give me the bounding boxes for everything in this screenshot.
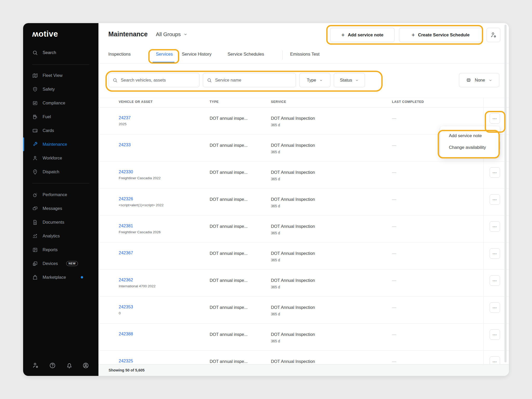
menu-item-change-availability[interactable]: Change availability <box>440 142 500 153</box>
table-row: 242326<script>alert(1)<script> 2022 DOT … <box>98 189 509 216</box>
sidebar: ʍotive Search Fleet View Safety Complian… <box>23 23 98 376</box>
sidebar-item-reports[interactable]: Reports <box>23 243 98 257</box>
sidebar-item-marketplace[interactable]: Marketplace <box>23 270 98 284</box>
document-icon <box>32 220 38 225</box>
vertical-scrollbar[interactable] <box>504 25 507 362</box>
type-filter-dropdown[interactable]: Type <box>299 73 330 87</box>
type-cell: DOT annual inspe... <box>210 170 248 175</box>
search-icon <box>32 50 38 56</box>
sidebar-item-maintenance[interactable]: Maintenance <box>23 137 98 151</box>
row-actions-button[interactable]: ... <box>490 113 500 124</box>
sidebar-item-label: Fleet View <box>43 73 63 78</box>
page-title: Maintenance <box>108 30 148 38</box>
menu-item-add-service-note[interactable]: Add service note <box>440 130 500 142</box>
table-row: 242330Freightliner Cascadia 2022 DOT ann… <box>98 162 509 189</box>
tab-emissions-test[interactable]: Emissions Test <box>290 52 320 57</box>
group-by-dropdown[interactable]: None <box>459 73 499 87</box>
add-service-note-button[interactable]: + Add service note <box>330 28 395 42</box>
last-completed-cell: — <box>392 116 396 121</box>
table-row: 242381Freightliner Cascadia 2026 DOT ann… <box>98 216 509 243</box>
service-name-input[interactable] <box>215 77 296 83</box>
sidebar-item-dispatch[interactable]: Dispatch <box>23 165 98 179</box>
sidebar-item-label: Marketplace <box>43 275 66 280</box>
sidebar-item-label: Documents <box>43 220 64 225</box>
vehicle-link[interactable]: 242362 <box>119 277 133 282</box>
row-actions-button[interactable]: ... <box>490 329 500 340</box>
table-row: 242367 DOT annual inspe... DOT Annual In… <box>98 243 509 270</box>
vehicle-link[interactable]: 242353 <box>119 304 133 309</box>
service-cell: DOT Annual Inspection <box>271 143 315 148</box>
vehicle-link[interactable]: 242330 <box>119 169 133 174</box>
vehicle-subtitle: Freightliner Cascadia 2026 <box>119 230 161 234</box>
service-cell: DOT Annual Inspection <box>271 170 315 175</box>
user-gear-icon <box>490 32 497 38</box>
tab-inspections[interactable]: Inspections <box>108 52 131 57</box>
active-indicator <box>23 137 24 151</box>
row-actions-button[interactable]: ... <box>490 248 500 259</box>
row-actions-button[interactable]: ... <box>490 167 500 178</box>
group-by-label: None <box>475 78 485 83</box>
sidebar-item-fuel[interactable]: Fuel <box>23 110 98 124</box>
sidebar-item-compliance[interactable]: Compliance <box>23 96 98 110</box>
sidebar-item-cards[interactable]: Cards <box>23 124 98 137</box>
admin-user-gear-button[interactable] <box>32 362 39 369</box>
row-actions-button[interactable]: ... <box>490 221 500 232</box>
vehicle-search-input[interactable] <box>120 77 199 83</box>
create-service-schedule-label: Create Service Schedule <box>418 32 469 38</box>
status-filter-dropdown[interactable]: Status <box>334 73 365 87</box>
type-cell: DOT annual inspe... <box>210 224 248 229</box>
group-selector[interactable]: All Groups <box>156 31 188 37</box>
row-actions-context-menu: Add service note Change availability <box>440 126 500 157</box>
report-table-icon <box>32 247 38 253</box>
sidebar-item-label: Dispatch <box>43 169 59 174</box>
tab-divider <box>282 51 283 59</box>
vehicle-link[interactable]: 242325 <box>119 358 133 363</box>
create-service-schedule-button[interactable]: + Create Service Schedule <box>399 28 482 42</box>
row-actions-button[interactable]: ... <box>490 302 500 313</box>
sidebar-item-workforce[interactable]: Workforce <box>23 151 98 165</box>
table-header-row <box>98 98 509 108</box>
sidebar-item-analytics[interactable]: Analytics <box>23 229 98 243</box>
sidebar-search[interactable]: Search <box>23 46 98 59</box>
sidebar-item-label: Performance <box>43 192 67 197</box>
service-interval: 365 d <box>271 204 315 208</box>
results-summary: Showing 50 of 5,605 <box>109 368 145 372</box>
active-tab-underline <box>152 62 175 63</box>
tab-service-history[interactable]: Service History <box>182 52 211 57</box>
sidebar-item-fleet-view[interactable]: Fleet View <box>23 69 98 82</box>
service-name-search-field <box>203 73 296 87</box>
last-completed-cell: — <box>392 305 396 310</box>
help-icon-button[interactable] <box>49 362 56 369</box>
sidebar-item-performance[interactable]: Performance <box>23 188 98 202</box>
sidebar-item-devices[interactable]: Devices NEW <box>23 257 98 270</box>
fuel-pump-icon <box>32 114 38 120</box>
vehicle-link[interactable]: 24237 <box>119 115 131 120</box>
sidebar-divider <box>32 64 89 65</box>
devices-icon <box>32 261 38 267</box>
mechanic-settings-button[interactable] <box>487 28 500 42</box>
notifications-bell-button[interactable]: 37 <box>65 362 73 369</box>
sidebar-item-messages[interactable]: Messages <box>23 202 98 215</box>
type-cell: DOT annual inspe... <box>210 278 248 283</box>
type-filter-label: Type <box>307 78 316 83</box>
gauge-icon <box>32 192 38 198</box>
service-interval: 365 d <box>271 258 315 262</box>
row-actions-button[interactable]: ... <box>490 194 500 205</box>
vehicle-link[interactable]: 242326 <box>119 196 133 201</box>
vehicle-link[interactable]: 242381 <box>119 223 133 228</box>
sidebar-item-safety[interactable]: Safety <box>23 82 98 96</box>
sidebar-item-label: Fuel <box>43 114 51 119</box>
service-cell: DOT Annual Inspection <box>271 278 315 283</box>
tab-services[interactable]: Services <box>156 52 173 57</box>
last-completed-cell: — <box>392 332 396 337</box>
vehicle-link[interactable]: 242367 <box>119 250 133 255</box>
account-icon-button[interactable] <box>82 362 90 369</box>
column-header-vehicle: VEHICLE OR ASSET <box>119 100 153 104</box>
vehicle-link[interactable]: 242388 <box>119 331 133 336</box>
vehicle-link[interactable]: 24233 <box>119 142 131 147</box>
vehicle-subtitle: Freightliner Cascadia 2022 <box>119 176 161 180</box>
service-interval: 365 d <box>271 231 315 235</box>
sidebar-item-documents[interactable]: Documents <box>23 215 98 229</box>
row-actions-button[interactable]: ... <box>490 275 500 286</box>
tab-service-schedules[interactable]: Service Schedules <box>228 52 264 57</box>
